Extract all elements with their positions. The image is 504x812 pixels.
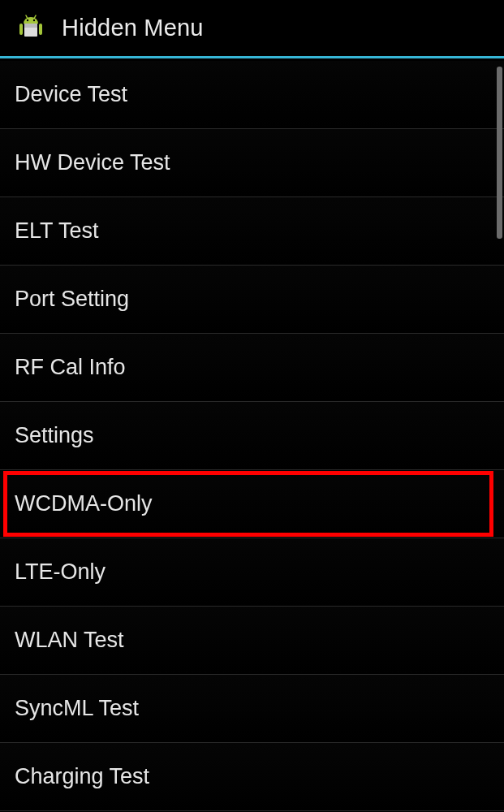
list-item-label: WCDMA-Only xyxy=(15,491,153,516)
menu-item-lte-only[interactable]: LTE-Only xyxy=(0,538,504,607)
list-item-label: LTE-Only xyxy=(15,559,106,585)
list-item-label: HW Device Test xyxy=(15,150,170,175)
menu-item-wcdma-only[interactable]: WCDMA-Only xyxy=(0,470,504,538)
list-item-label: WLAN Test xyxy=(15,628,124,653)
list-item-label: Settings xyxy=(15,423,94,448)
list-item-label: RF Cal Info xyxy=(15,355,126,380)
menu-item-rf-cal-info[interactable]: RF Cal Info xyxy=(0,334,504,402)
list-item-label: SyncML Test xyxy=(15,696,139,721)
menu-item-syncml-test[interactable]: SyncML Test xyxy=(0,675,504,743)
svg-point-5 xyxy=(33,19,35,20)
menu-item-elt-test[interactable]: ELT Test xyxy=(0,197,504,266)
menu-item-hw-device-test[interactable]: HW Device Test xyxy=(0,129,504,197)
menu-item-wlan-test[interactable]: WLAN Test xyxy=(0,607,504,675)
menu-item-device-test[interactable]: Device Test xyxy=(0,61,504,129)
list-item-label: Port Setting xyxy=(15,287,129,312)
menu-item-port-setting[interactable]: Port Setting xyxy=(0,266,504,334)
scrollbar-thumb[interactable] xyxy=(497,67,502,239)
svg-point-4 xyxy=(27,19,28,20)
menu-item-charging-test[interactable]: Charging Test xyxy=(0,743,504,811)
svg-rect-7 xyxy=(39,24,42,35)
list-item-label: ELT Test xyxy=(15,218,99,244)
list-item-label: Charging Test xyxy=(15,764,149,789)
svg-rect-1 xyxy=(24,24,37,28)
svg-rect-6 xyxy=(19,24,23,35)
menu-item-settings[interactable]: Settings xyxy=(0,402,504,470)
list-item-label: Device Test xyxy=(15,82,127,107)
svg-line-2 xyxy=(26,15,28,19)
menu-list: Device Test HW Device Test ELT Test Port… xyxy=(0,61,504,812)
svg-line-3 xyxy=(34,15,36,19)
android-box-icon xyxy=(11,9,50,48)
page-title: Hidden Menu xyxy=(62,15,204,41)
app-header: Hidden Menu xyxy=(0,0,504,58)
